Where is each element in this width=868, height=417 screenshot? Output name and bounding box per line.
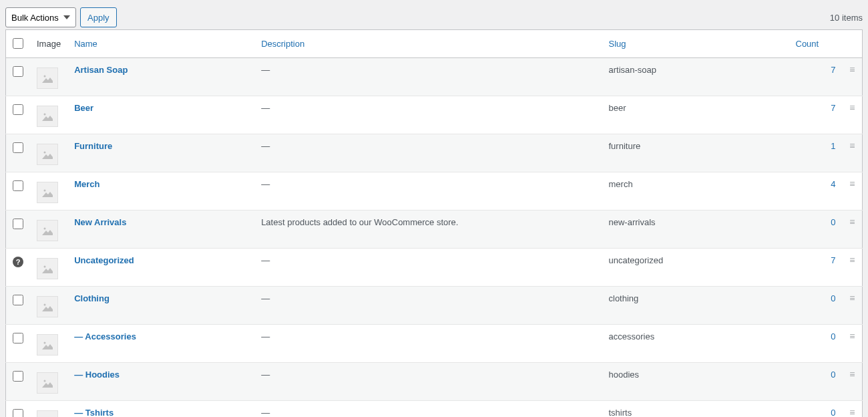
tablenav-top: Bulk Actions Apply 10 items — [5, 5, 863, 29]
table-header-row: Image Name Description Slug Count — [6, 30, 863, 58]
image-placeholder-icon — [37, 106, 58, 127]
category-description: — — [254, 363, 602, 401]
drag-handle-icon[interactable]: ≡ — [849, 331, 855, 341]
image-placeholder-icon — [37, 410, 58, 417]
category-name-link[interactable]: Beer — [74, 103, 93, 113]
category-description: — — [254, 287, 602, 325]
category-count-link[interactable]: 1 — [831, 141, 835, 151]
bulk-actions-select-top[interactable]: Bulk Actions — [5, 7, 76, 27]
category-name-link[interactable]: Furniture — [74, 141, 112, 151]
image-placeholder-icon — [37, 67, 58, 89]
category-name-link[interactable]: — Hoodies — [74, 370, 120, 380]
table-row: — Tshirts—tshirts0≡ — [6, 401, 863, 418]
category-count-link[interactable]: 4 — [831, 179, 835, 189]
table-row: Beer—beer7≡ — [6, 96, 863, 134]
category-count-link[interactable]: 7 — [831, 65, 835, 75]
category-name-link[interactable]: Merch — [74, 179, 99, 189]
col-header-description[interactable]: Description — [254, 30, 602, 58]
table-row: New ArrivalsLatest products added to our… — [6, 211, 863, 249]
category-count-link[interactable]: 0 — [831, 293, 835, 303]
category-name-link[interactable]: Uncategorized — [74, 255, 134, 265]
drag-handle-icon[interactable]: ≡ — [849, 369, 855, 380]
category-slug: clothing — [602, 287, 789, 325]
category-description: Latest products added to our WooCommerce… — [254, 211, 602, 249]
select-all-top[interactable] — [13, 38, 23, 49]
help-icon[interactable]: ? — [13, 257, 23, 267]
svg-point-1 — [44, 76, 46, 78]
col-header-slug[interactable]: Slug — [602, 30, 789, 58]
apply-button-top[interactable]: Apply — [80, 7, 117, 27]
row-checkbox[interactable] — [13, 142, 23, 153]
category-name-link[interactable]: — Accessories — [74, 331, 136, 341]
category-description: — — [254, 96, 602, 134]
svg-point-9 — [44, 228, 46, 230]
table-row: Artisan Soap—artisan-soap7≡ — [6, 58, 863, 96]
svg-point-13 — [44, 304, 46, 306]
category-count-link[interactable]: 7 — [831, 255, 835, 265]
bulk-actions-top: Bulk Actions Apply — [5, 7, 117, 27]
row-checkbox[interactable] — [13, 180, 23, 191]
image-placeholder-icon — [37, 258, 58, 279]
category-description: — — [254, 58, 602, 96]
svg-point-17 — [44, 380, 46, 382]
row-checkbox[interactable] — [13, 371, 23, 382]
drag-handle-icon[interactable]: ≡ — [849, 255, 855, 265]
category-slug: hoodies — [602, 363, 789, 401]
table-row: Furniture—furniture1≡ — [6, 134, 863, 172]
category-slug: furniture — [602, 134, 789, 172]
col-header-count[interactable]: Count — [789, 30, 843, 58]
drag-handle-icon[interactable]: ≡ — [849, 64, 855, 75]
category-count-link[interactable]: 0 — [831, 408, 835, 417]
category-description: — — [254, 172, 602, 211]
drag-handle-icon[interactable]: ≡ — [849, 407, 855, 417]
category-description: — — [254, 249, 602, 287]
category-slug: beer — [602, 96, 789, 134]
image-placeholder-icon — [37, 296, 58, 317]
category-slug: merch — [602, 172, 789, 211]
col-header-name[interactable]: Name — [67, 30, 254, 58]
col-header-image: Image — [30, 30, 67, 58]
table-row: — Hoodies—hoodies0≡ — [6, 363, 863, 401]
svg-point-5 — [44, 152, 46, 154]
category-name-link[interactable]: — Tshirts — [74, 408, 114, 417]
drag-handle-icon[interactable]: ≡ — [849, 293, 855, 303]
items-count-top: 10 items — [830, 13, 863, 23]
table-row: ?Uncategorized—uncategorized7≡ — [6, 249, 863, 287]
drag-handle-icon[interactable]: ≡ — [849, 140, 855, 151]
table-row: Merch—merch4≡ — [6, 172, 863, 211]
category-name-link[interactable]: Artisan Soap — [74, 65, 128, 75]
category-description: — — [254, 134, 602, 172]
image-placeholder-icon — [37, 220, 58, 241]
svg-point-15 — [44, 342, 46, 344]
image-placeholder-icon — [37, 334, 58, 356]
category-slug: tshirts — [602, 401, 789, 418]
row-checkbox[interactable] — [13, 333, 23, 343]
category-count-link[interactable]: 7 — [831, 103, 835, 113]
category-slug: uncategorized — [602, 249, 789, 287]
category-description: — — [254, 325, 602, 363]
category-count-link[interactable]: 0 — [831, 331, 835, 341]
categories-table: Image Name Description Slug Count Artisa… — [5, 29, 863, 417]
image-placeholder-icon — [37, 182, 58, 203]
category-slug: new-arrivals — [602, 211, 789, 249]
category-slug: artisan-soap — [602, 58, 789, 96]
drag-handle-icon[interactable]: ≡ — [849, 178, 855, 189]
image-placeholder-icon — [37, 372, 58, 394]
category-count-link[interactable]: 0 — [831, 217, 835, 227]
drag-handle-icon[interactable]: ≡ — [849, 102, 855, 113]
row-checkbox[interactable] — [13, 104, 23, 115]
row-checkbox[interactable] — [13, 219, 23, 229]
drag-handle-icon[interactable]: ≡ — [849, 217, 855, 227]
row-checkbox[interactable] — [13, 409, 23, 417]
image-placeholder-icon — [37, 144, 58, 165]
category-count-link[interactable]: 0 — [831, 370, 835, 380]
table-row: — Accessories—accessories0≡ — [6, 325, 863, 363]
category-name-link[interactable]: Clothing — [74, 293, 110, 303]
category-name-link[interactable]: New Arrivals — [74, 217, 126, 227]
svg-point-3 — [44, 114, 46, 116]
table-row: Clothing—clothing0≡ — [6, 287, 863, 325]
row-checkbox[interactable] — [13, 295, 23, 305]
svg-point-7 — [44, 190, 46, 192]
category-description: — — [254, 401, 602, 418]
row-checkbox[interactable] — [13, 66, 23, 77]
